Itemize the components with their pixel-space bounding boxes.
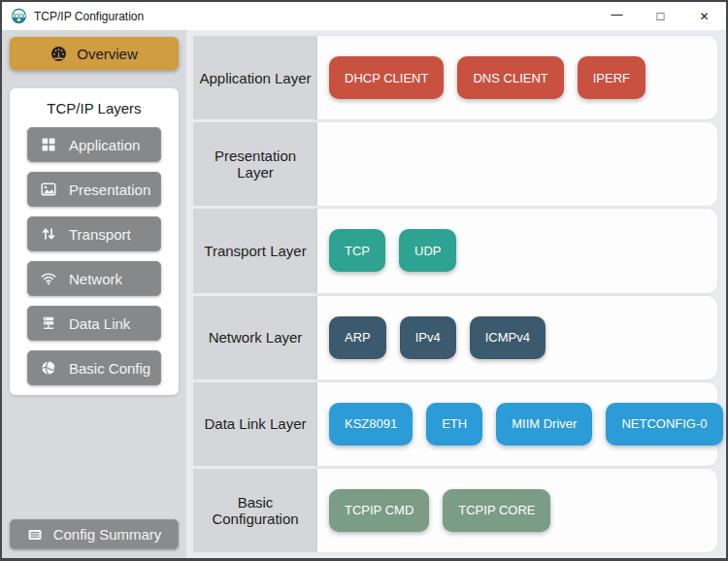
speedometer-icon bbox=[50, 46, 67, 62]
component-chip-icmpv4[interactable]: ICMPv4 bbox=[470, 316, 546, 359]
image-icon bbox=[41, 182, 56, 197]
close-button[interactable]: ✕ bbox=[682, 2, 726, 30]
wifi-icon bbox=[41, 271, 56, 286]
component-chip-arp[interactable]: ARP bbox=[329, 316, 386, 359]
layer-row-transport-layer: Transport LayerTCPUDP bbox=[193, 209, 717, 292]
layer-row-basic-configuration: Basic ConfigurationTCPIP CMDTCPIP CORE bbox=[193, 469, 717, 552]
network-device-icon bbox=[41, 315, 56, 331]
maximize-button[interactable]: □ bbox=[639, 2, 682, 30]
overview-button[interactable]: Overview bbox=[10, 37, 179, 70]
layer-row-label: Application Layer bbox=[193, 36, 317, 119]
sidebar-item-label: Application bbox=[69, 137, 140, 153]
sidebar-item-label: Network bbox=[69, 271, 122, 287]
tcpip-layers-panel: TCP/IP Layers ApplicationPresentationTra… bbox=[10, 88, 179, 395]
sidebar-item-label: Presentation bbox=[69, 182, 150, 198]
sidebar-item-network[interactable]: Network bbox=[27, 261, 161, 296]
sidebar-item-label: Data Link bbox=[69, 315, 130, 332]
component-chip-dns-client[interactable]: DNS CLIENT bbox=[457, 56, 563, 99]
layer-row-content: ARPIPv4ICMPv4 bbox=[317, 296, 717, 380]
layer-row-presentation-layer: Presentation Layer bbox=[193, 122, 717, 206]
component-chip-eth[interactable]: ETH bbox=[426, 403, 482, 446]
layer-rows-area: Application LayerDHCP CLIENTDNS CLIENTIP… bbox=[186, 30, 726, 558]
layer-row-data-link-layer: Data Link LayerKSZ8091ETHMIIM DriverNETC… bbox=[193, 382, 717, 466]
app-window: TCP/IP Configuration — □ ✕ bbox=[0, 0, 728, 561]
harmony-logo-icon bbox=[11, 8, 27, 24]
grid-icon bbox=[41, 137, 56, 152]
title-bar: TCP/IP Configuration — □ ✕ bbox=[2, 2, 726, 30]
layer-row-label: Data Link Layer bbox=[193, 382, 317, 466]
sidebar-item-application[interactable]: Application bbox=[27, 127, 161, 162]
layer-row-label: Transport Layer bbox=[193, 209, 317, 292]
layer-row-label: Network Layer bbox=[193, 296, 317, 380]
component-chip-tcp[interactable]: TCP bbox=[329, 229, 385, 272]
window-controls: — □ ✕ bbox=[595, 2, 726, 30]
list-icon bbox=[27, 527, 43, 543]
layer-row-label: Basic Configuration bbox=[193, 469, 317, 552]
component-chip-miim-driver[interactable]: MIIM Driver bbox=[496, 403, 592, 446]
component-chip-ksz8091[interactable]: KSZ8091 bbox=[329, 403, 413, 446]
minimize-button[interactable]: — bbox=[595, 2, 639, 30]
layer-row-content bbox=[317, 122, 717, 206]
layer-row-content: KSZ8091ETHMIIM DriverNETCONFIG-0 bbox=[317, 382, 717, 466]
config-summary-button[interactable]: Config Summary bbox=[10, 519, 179, 549]
globe-icon bbox=[41, 360, 56, 376]
sidebar: Overview TCP/IP Layers ApplicationPresen… bbox=[2, 30, 186, 558]
layer-row-content: TCPIP CMDTCPIP CORE bbox=[317, 469, 717, 552]
sidebar-item-data-link[interactable]: Data Link bbox=[27, 306, 161, 341]
component-chip-tcpip-cmd[interactable]: TCPIP CMD bbox=[329, 489, 429, 532]
window-title: TCP/IP Configuration bbox=[34, 10, 595, 23]
sidebar-item-label: Basic Config bbox=[69, 360, 150, 377]
component-chip-tcpip-core[interactable]: TCPIP CORE bbox=[443, 489, 550, 532]
sidebar-item-transport[interactable]: Transport bbox=[27, 216, 161, 251]
layer-row-label: Presentation Layer bbox=[193, 122, 317, 206]
component-chip-netconfig-0[interactable]: NETCONFIG-0 bbox=[606, 403, 722, 446]
component-chip-ipv4[interactable]: IPv4 bbox=[400, 316, 456, 359]
app-body: Overview TCP/IP Layers ApplicationPresen… bbox=[2, 30, 726, 558]
config-summary-label: Config Summary bbox=[53, 526, 162, 543]
component-chip-dhcp-client[interactable]: DHCP CLIENT bbox=[329, 56, 444, 99]
sidebar-item-presentation[interactable]: Presentation bbox=[27, 172, 161, 207]
arrows-vertical-icon bbox=[41, 226, 56, 242]
sidebar-item-label: Transport bbox=[69, 226, 131, 243]
sidebar-item-basic-config[interactable]: Basic Config bbox=[27, 350, 161, 385]
layer-row-network-layer: Network LayerARPIPv4ICMPv4 bbox=[193, 296, 717, 380]
overview-label: Overview bbox=[77, 46, 138, 62]
component-chip-udp[interactable]: UDP bbox=[399, 229, 456, 272]
layer-row-content: TCPUDP bbox=[317, 209, 717, 292]
tcpip-layers-title: TCP/IP Layers bbox=[10, 100, 179, 116]
component-chip-iperf[interactable]: IPERF bbox=[578, 56, 645, 99]
layer-nav-list: ApplicationPresentationTransportNetworkD… bbox=[10, 127, 179, 385]
layer-row-application-layer: Application LayerDHCP CLIENTDNS CLIENTIP… bbox=[193, 36, 717, 119]
layer-row-content: DHCP CLIENTDNS CLIENTIPERF bbox=[317, 36, 717, 119]
